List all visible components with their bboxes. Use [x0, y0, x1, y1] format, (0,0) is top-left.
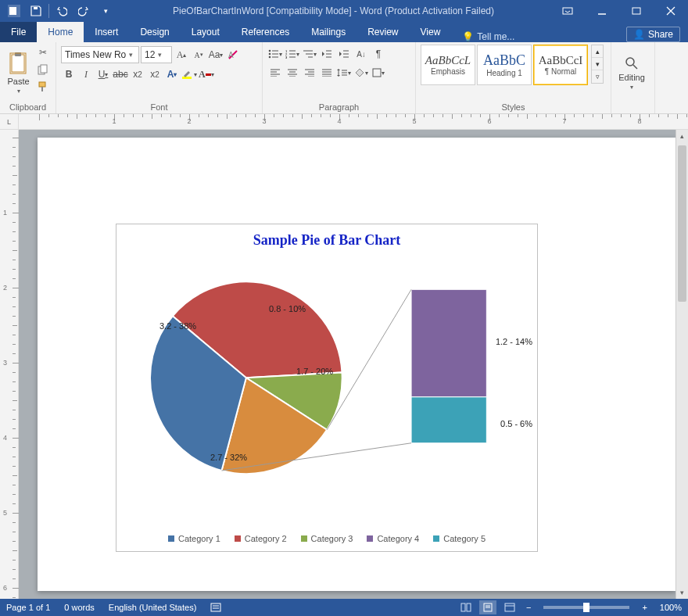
zoom-level[interactable]: 100% [660, 603, 682, 612]
tab-selector[interactable]: L [0, 114, 19, 129]
multilevel-icon[interactable]: ▾ [302, 46, 317, 62]
bullets-icon[interactable]: ▾ [267, 46, 283, 62]
svg-rect-5 [632, 8, 640, 14]
svg-rect-15 [206, 73, 211, 76]
chart-legend: Category 1Category 2Category 3Category 4… [116, 534, 537, 543]
group-clipboard: Paste ▾ ✂ Clipboard [0, 42, 56, 113]
print-layout-icon[interactable] [479, 600, 496, 614]
maximize-icon[interactable] [619, 0, 654, 22]
grow-font-icon[interactable]: A▴ [174, 47, 189, 63]
track-changes-icon[interactable] [210, 603, 221, 612]
scroll-thumb[interactable] [678, 145, 686, 302]
line-spacing-icon[interactable]: ▾ [336, 65, 352, 81]
text-effects-icon[interactable]: A▾ [164, 66, 180, 82]
style-normal[interactable]: AaBbCcI¶ Normal [533, 45, 588, 85]
read-mode-icon[interactable] [457, 600, 475, 614]
shading-icon[interactable]: ▾ [353, 65, 369, 81]
paste-icon [9, 52, 29, 75]
align-left-icon[interactable] [267, 65, 283, 81]
style-heading1[interactable]: AaBbCHeading 1 [477, 45, 532, 85]
zoom-out-icon[interactable]: − [523, 603, 534, 612]
tab-home[interactable]: Home [37, 22, 84, 42]
scroll-down-icon[interactable]: ▾ [676, 586, 688, 599]
save-icon[interactable] [25, 0, 47, 22]
document-scroll[interactable]: Sample Pie of Bar Chart [19, 130, 688, 599]
tab-design[interactable]: Design [129, 22, 180, 42]
vertical-ruler[interactable]: 123456 [0, 130, 19, 599]
chart-title: Sample Pie of Bar Chart [116, 232, 537, 249]
strike-icon[interactable]: abc [113, 66, 128, 82]
chart-object[interactable]: Sample Pie of Bar Chart [116, 224, 538, 552]
svg-text:3: 3 [285, 56, 288, 59]
justify-icon[interactable] [319, 65, 335, 81]
font-color-icon[interactable]: A▾ [199, 66, 214, 82]
close-icon[interactable] [654, 0, 688, 22]
share-button[interactable]: 👤 Share [626, 27, 680, 42]
label-cat2: 3.2 - 38% [159, 321, 196, 331]
tab-review[interactable]: Review [357, 22, 409, 42]
shrink-font-icon[interactable]: A▾ [191, 47, 206, 63]
font-name-combo[interactable]: Times New Ro▾ [61, 46, 139, 63]
tab-references[interactable]: References [231, 22, 300, 42]
horizontal-ruler[interactable]: 12345678 [19, 114, 688, 129]
subscript-icon[interactable]: x2 [130, 66, 145, 82]
status-words[interactable]: 0 words [64, 603, 95, 612]
svg-rect-11 [39, 82, 45, 87]
sort-icon[interactable]: A↓ [353, 46, 369, 62]
styles-down-icon[interactable]: ▾ [592, 58, 603, 70]
chart-render [116, 259, 537, 520]
legend-item: Category 2 [235, 534, 287, 543]
group-paragraph-label: Paragraph [267, 102, 410, 113]
underline-icon[interactable]: U▾ [95, 66, 111, 82]
qat-customize-icon[interactable]: ▾ [95, 0, 116, 22]
zoom-in-icon[interactable]: + [639, 603, 650, 612]
ribbon-display-icon[interactable] [550, 0, 585, 22]
cut-icon[interactable]: ✂ [35, 45, 51, 60]
font-size-combo[interactable]: 12▾ [141, 46, 172, 63]
format-painter-icon[interactable] [35, 79, 51, 95]
minimize-icon[interactable] [585, 0, 619, 22]
bold-icon[interactable]: B [61, 66, 77, 82]
copy-icon[interactable] [35, 62, 51, 77]
scroll-up-icon[interactable]: ▴ [676, 130, 688, 142]
legend-item: Category 5 [433, 534, 486, 543]
styles-up-icon[interactable]: ▴ [592, 45, 603, 58]
redo-icon[interactable] [73, 0, 95, 22]
increase-indent-icon[interactable] [336, 46, 352, 62]
svg-point-20 [269, 56, 271, 59]
change-case-icon[interactable]: Aa▾ [208, 47, 224, 63]
styles-scrollbar[interactable]: ▴▾▿ [591, 45, 604, 84]
clear-format-icon[interactable]: A [225, 47, 241, 63]
highlight-icon[interactable]: ▾ [181, 66, 197, 82]
svg-rect-12 [41, 87, 43, 91]
tab-layout[interactable]: Layout [181, 22, 231, 42]
italic-icon[interactable]: I [78, 66, 94, 82]
style-emphasis[interactable]: AaBbCcLEmphasis [421, 45, 475, 85]
ribbon: Paste ▾ ✂ Clipboard Times New Ro▾ 12▾ A▴… [0, 42, 688, 114]
tab-view[interactable]: View [410, 22, 452, 42]
tell-me-search[interactable]: 💡 Tell me... [456, 31, 521, 42]
tab-insert[interactable]: Insert [84, 22, 129, 42]
word-app-icon[interactable] [3, 0, 25, 22]
decrease-indent-icon[interactable] [319, 46, 335, 62]
styles-more-icon[interactable]: ▿ [592, 70, 603, 83]
web-layout-icon[interactable] [501, 600, 518, 614]
tab-file[interactable]: File [0, 22, 37, 42]
numbering-icon[interactable]: 123▾ [285, 46, 300, 62]
legend-item: Category 4 [367, 534, 419, 543]
editing-button[interactable]: Editing ▾ [616, 45, 647, 101]
tab-mailings[interactable]: Mailings [300, 22, 357, 42]
superscript-icon[interactable]: x2 [147, 66, 163, 82]
show-marks-icon[interactable]: ¶ [371, 46, 386, 62]
label-cat5: 0.5 - 6% [500, 419, 532, 428]
status-lang[interactable]: English (United States) [109, 603, 197, 612]
paste-button[interactable]: Paste ▾ [5, 45, 32, 101]
undo-icon[interactable] [51, 0, 73, 22]
align-center-icon[interactable] [285, 65, 300, 81]
vertical-scrollbar[interactable]: ▴ ▾ [675, 130, 688, 599]
status-page[interactable]: Page 1 of 1 [6, 603, 50, 612]
zoom-knob[interactable] [583, 603, 589, 612]
borders-icon[interactable]: ▾ [371, 65, 386, 81]
align-right-icon[interactable] [302, 65, 317, 81]
zoom-slider[interactable] [543, 606, 629, 609]
